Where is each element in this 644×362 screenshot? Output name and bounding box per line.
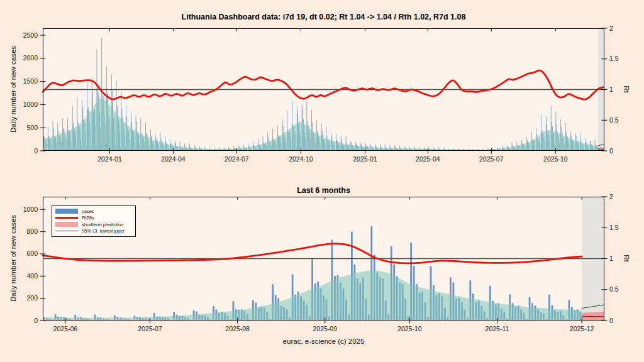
bottom-chart-title: Last 6 months [43, 186, 604, 195]
legend-item-rt28s: Rt28s [55, 215, 132, 222]
svg-text:2024-04: 2024-04 [161, 155, 186, 163]
svg-text:2000: 2000 [23, 54, 38, 62]
legend: cases Rt28s shortterm prediction 95% CI,… [52, 206, 136, 237]
svg-text:2025-07: 2025-07 [479, 155, 504, 163]
svg-text:0.5: 0.5 [609, 285, 619, 293]
bottom-right-axis-label: Rt [623, 255, 630, 262]
svg-text:2025-10: 2025-10 [397, 325, 422, 332]
svg-text:0.5: 0.5 [609, 116, 619, 124]
svg-text:2025-09: 2025-09 [313, 325, 337, 332]
svg-text:1000: 1000 [23, 101, 38, 108]
svg-text:1: 1 [609, 85, 613, 93]
svg-text:2025-12: 2025-12 [570, 325, 594, 332]
legend-item-prediction: shortterm prediction [55, 221, 132, 228]
legend-item-cases: cases [55, 208, 132, 215]
svg-text:0: 0 [34, 147, 38, 155]
ci-line-swatch-icon [55, 231, 78, 231]
top-chart-title: Lithuania Dashboard data: i7d 19, dt 0.0… [43, 13, 604, 21]
svg-text:2: 2 [609, 193, 613, 200]
svg-text:200: 200 [26, 294, 38, 302]
svg-text:1.5: 1.5 [609, 224, 619, 231]
epidemic-dashboard-figure: Lithuania Dashboard data: i7d 19, dt 0.0… [0, 0, 644, 362]
svg-text:2025-04: 2025-04 [416, 155, 440, 163]
top-chart-canvas: 2024-012024-042024-072024-102025-012025-… [43, 28, 604, 151]
svg-text:0: 0 [609, 147, 613, 155]
svg-text:0: 0 [34, 317, 38, 324]
cases-swatch-icon [55, 209, 78, 214]
xlabel-credit: eurac, e-science (c) 2025 [43, 337, 604, 345]
svg-text:2500: 2500 [23, 31, 38, 39]
svg-text:2025-06: 2025-06 [53, 325, 78, 332]
svg-text:600: 600 [26, 250, 38, 257]
svg-text:2025-07: 2025-07 [138, 325, 162, 332]
svg-text:2025-08: 2025-08 [225, 325, 250, 332]
svg-text:1500: 1500 [23, 77, 38, 85]
legend-item-ci: 95% CI, lower/upper [55, 228, 132, 235]
svg-text:2024-10: 2024-10 [289, 155, 313, 163]
svg-text:2025-01: 2025-01 [353, 155, 377, 163]
rt-line-swatch-icon [55, 217, 78, 219]
svg-text:1000: 1000 [23, 206, 38, 213]
top-left-axis-label: Daily number of new cases [9, 46, 17, 133]
svg-text:1: 1 [609, 255, 613, 262]
prediction-swatch-icon [55, 222, 78, 227]
svg-text:2024-01: 2024-01 [97, 155, 122, 163]
svg-text:400: 400 [26, 272, 38, 280]
top-right-axis-label: Rt [623, 85, 630, 93]
svg-text:2: 2 [609, 25, 613, 32]
svg-text:2025-10: 2025-10 [543, 155, 568, 163]
svg-text:2024-07: 2024-07 [225, 155, 249, 163]
bottom-left-axis-label: Daily number of new cases [9, 215, 17, 302]
svg-text:800: 800 [26, 228, 38, 235]
svg-text:1.5: 1.5 [609, 55, 619, 62]
svg-text:0: 0 [609, 317, 613, 324]
svg-text:500: 500 [26, 124, 38, 131]
svg-text:2025-11: 2025-11 [486, 325, 509, 332]
